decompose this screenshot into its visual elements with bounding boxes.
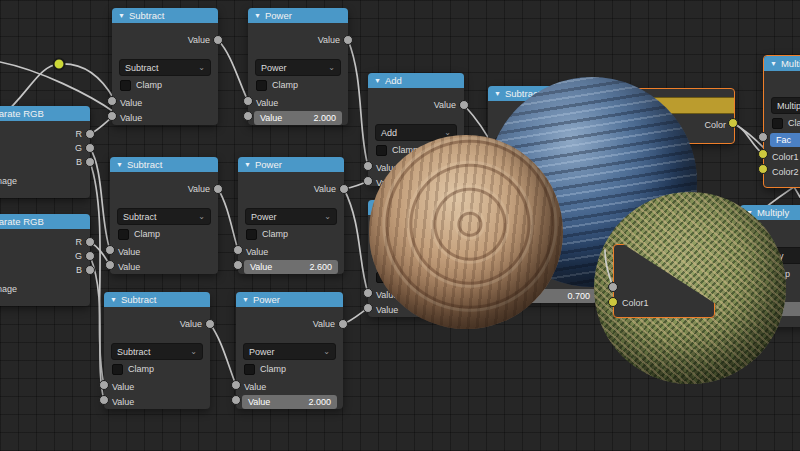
- color-input-socket[interactable]: [608, 297, 618, 307]
- collapse-icon[interactable]: ▼: [770, 60, 777, 67]
- value-socket[interactable]: [233, 245, 243, 255]
- value-socket[interactable]: [233, 260, 243, 270]
- node-power-3[interactable]: ▼Power Value Power⌄ Clamp Value Value2.0…: [236, 292, 343, 409]
- value-socket[interactable]: [363, 288, 373, 298]
- value-socket[interactable]: [99, 395, 109, 405]
- fac-input-socket[interactable]: [758, 132, 768, 142]
- node-subtract-3[interactable]: ▼Subtract Value Subtract⌄ Clamp Value Va…: [104, 292, 210, 409]
- g-output-socket[interactable]: [85, 251, 95, 261]
- collapse-icon[interactable]: ▼: [116, 161, 123, 168]
- operation-dropdown[interactable]: Subtract⌄: [117, 208, 211, 225]
- value-socket[interactable]: [363, 303, 373, 313]
- node-header[interactable]: ▼Subtract: [112, 8, 218, 23]
- value-socket[interactable]: [213, 184, 223, 194]
- collapse-icon[interactable]: ▼: [242, 296, 249, 303]
- value-socket[interactable]: [231, 380, 241, 390]
- node-header[interactable]: ▼Multiply: [764, 56, 800, 71]
- checkbox-icon[interactable]: [376, 145, 387, 156]
- node-header[interactable]: ▼Power: [248, 8, 348, 23]
- value-socket[interactable]: [243, 96, 253, 106]
- g-output-socket[interactable]: [85, 143, 95, 153]
- node-header[interactable]: ▼Subtract: [110, 157, 218, 172]
- node-title: Subtract: [129, 10, 164, 21]
- collapse-icon[interactable]: ▼: [494, 90, 501, 97]
- r-output-socket[interactable]: [85, 237, 95, 247]
- node-header[interactable]: ▼Power: [238, 157, 344, 172]
- node-multiply-mix[interactable]: ▼Multiply Multiply⌄ Clamp Fac Color1 Col…: [763, 55, 800, 188]
- value-socket[interactable]: [205, 319, 215, 329]
- node-editor-canvas[interactable]: ▼Separate RGB R G B Image ▼Separate RGB …: [0, 0, 800, 451]
- collapse-icon[interactable]: ▼: [118, 12, 125, 19]
- value-socket[interactable]: [459, 100, 469, 110]
- value-socket[interactable]: [338, 319, 348, 329]
- operation-dropdown[interactable]: Power⌄: [245, 208, 337, 225]
- collapse-icon[interactable]: ▼: [244, 161, 251, 168]
- value-socket[interactable]: [231, 395, 241, 405]
- node-subtract-2[interactable]: ▼Subtract Value Subtract⌄ Clamp Value Va…: [110, 157, 218, 274]
- node-separate-rgb-1[interactable]: ▼Separate RGB R G B Image: [0, 106, 90, 198]
- b-output-socket[interactable]: [85, 265, 95, 275]
- value-socket[interactable]: [243, 111, 253, 121]
- blend-mode-dropdown[interactable]: Multiply⌄: [771, 97, 800, 114]
- collapse-icon[interactable]: ▼: [110, 296, 117, 303]
- color-output-socket[interactable]: [728, 118, 738, 128]
- value-socket[interactable]: [213, 35, 223, 45]
- operation-dropdown[interactable]: Power⌄: [243, 343, 336, 360]
- node-power-1[interactable]: ▼Power Value Power⌄ Clamp Value Value2.0…: [248, 8, 348, 125]
- checkbox-icon[interactable]: [772, 118, 783, 129]
- value-socket[interactable]: [363, 161, 373, 171]
- slider-value: 2.000: [308, 397, 331, 407]
- clamp-checkbox[interactable]: Clamp: [110, 228, 218, 240]
- input-value-2: Value: [112, 111, 218, 125]
- node-title: Separate RGB: [0, 108, 44, 119]
- collapse-icon[interactable]: ▼: [254, 12, 261, 19]
- node-title: Multiply: [781, 58, 800, 69]
- operation-dropdown[interactable]: Subtract⌄: [111, 343, 203, 360]
- node-subtract-1[interactable]: ▼Subtract Value Subtract⌄ Clamp Value Va…: [112, 8, 218, 125]
- value-socket[interactable]: [107, 96, 117, 106]
- clamp-checkbox[interactable]: Clamp: [764, 117, 800, 129]
- checkbox-icon[interactable]: [120, 80, 131, 91]
- fac-slider[interactable]: Fac: [770, 133, 800, 147]
- value-socket[interactable]: [105, 260, 115, 270]
- value-socket[interactable]: [105, 245, 115, 255]
- clamp-checkbox[interactable]: Clamp: [236, 363, 343, 375]
- checkbox-icon[interactable]: [246, 229, 257, 240]
- r-output-socket[interactable]: [85, 129, 95, 139]
- node-separate-rgb-2[interactable]: ▼Separate RGB R G B Image: [0, 214, 90, 306]
- node-power-2[interactable]: ▼Power Value Power⌄ Clamp Value Value2.6…: [238, 157, 344, 274]
- node-header[interactable]: ▼Separate RGB: [0, 214, 90, 229]
- checkbox-icon[interactable]: [256, 80, 267, 91]
- value-socket[interactable]: [107, 111, 117, 121]
- input-color1: Color1: [614, 296, 714, 310]
- checkbox-icon[interactable]: [112, 364, 123, 375]
- color2-input-socket[interactable]: [758, 164, 768, 174]
- value-slider[interactable]: Value2.000: [242, 395, 337, 409]
- output-g: G: [0, 249, 90, 262]
- node-header[interactable]: ▼Add: [368, 73, 464, 88]
- reroute-dot[interactable]: [53, 58, 66, 71]
- clamp-checkbox[interactable]: Clamp: [248, 79, 348, 91]
- chevron-down-icon: ⌄: [328, 63, 335, 72]
- color1-input-socket[interactable]: [758, 149, 768, 159]
- operation-dropdown[interactable]: Subtract⌄: [119, 59, 211, 76]
- value-slider[interactable]: Value2.600: [244, 260, 338, 274]
- value-socket[interactable]: [343, 35, 353, 45]
- checkbox-icon[interactable]: [118, 229, 129, 240]
- clamp-checkbox[interactable]: Clamp: [238, 228, 344, 240]
- value-socket[interactable]: [99, 380, 109, 390]
- clamp-checkbox[interactable]: Clamp: [112, 79, 218, 91]
- node-header[interactable]: ▼Subtract: [104, 292, 210, 307]
- value-socket[interactable]: [339, 184, 349, 194]
- output-r: R: [0, 127, 90, 140]
- value-input-socket[interactable]: [608, 282, 618, 292]
- value-socket[interactable]: [363, 176, 373, 186]
- clamp-checkbox[interactable]: Clamp: [104, 363, 210, 375]
- b-output-socket[interactable]: [85, 157, 95, 167]
- collapse-icon[interactable]: ▼: [374, 77, 381, 84]
- operation-dropdown[interactable]: Power⌄: [255, 59, 341, 76]
- node-header[interactable]: ▼Separate RGB: [0, 106, 90, 121]
- value-slider[interactable]: Value2.000: [254, 111, 342, 125]
- checkbox-icon[interactable]: [244, 364, 255, 375]
- node-header[interactable]: ▼Power: [236, 292, 343, 307]
